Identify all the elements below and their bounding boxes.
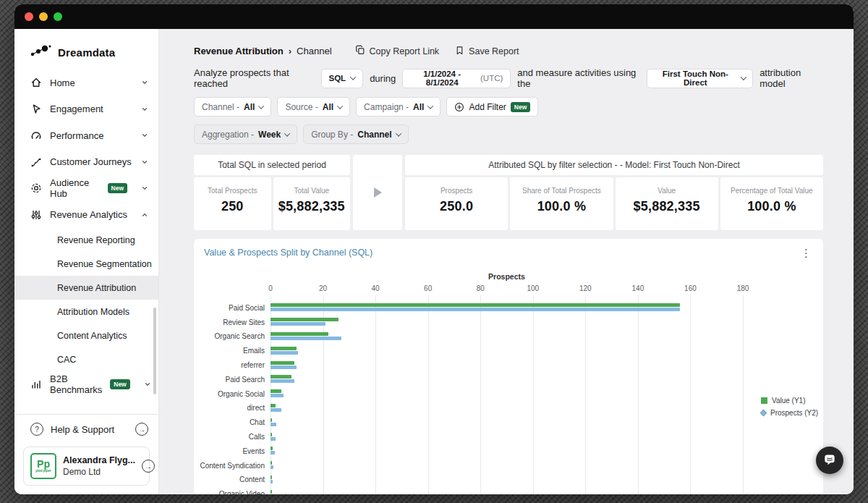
chevron-down-icon: [141, 106, 148, 113]
sidebar-item-home[interactable]: Home: [14, 69, 158, 96]
sidebar-subitem-content-analytics[interactable]: Content Analytics: [14, 324, 158, 347]
attribution-model-dropdown[interactable]: First Touch Non-Direct: [647, 69, 753, 88]
sidebar-item-engagement[interactable]: Engagement: [14, 96, 158, 123]
chart-menu-button[interactable]: ⋮: [798, 245, 814, 261]
chart-row: Events: [271, 444, 743, 458]
x-tick-label: 60: [416, 284, 441, 292]
group-by-dropdown[interactable]: Group By - Channel: [303, 124, 408, 144]
breadcrumb-current[interactable]: Channel: [297, 46, 331, 56]
chart-row: direct: [271, 401, 743, 415]
chip-value: All: [323, 102, 333, 112]
traffic-light-zoom[interactable]: [54, 12, 62, 21]
attributed-kpi-card: Attributed SQL by filter selection - - M…: [405, 155, 823, 230]
sentence-text: during: [370, 73, 396, 84]
chat-widget-button[interactable]: [816, 447, 843, 474]
kpi-block: Share of Total Prospects100.0 %: [510, 177, 613, 230]
traffic-light-close[interactable]: [25, 12, 33, 21]
kpi-label: Share of Total Prospects: [522, 187, 601, 195]
account-switcher[interactable]: Pp pied piper Alexandra Flyg... Demo Ltd…: [23, 447, 150, 486]
add-filter-button[interactable]: Add FilterNew: [446, 97, 538, 117]
total-kpi-title: Total SQL in selected period: [194, 155, 350, 175]
bar-prospects: [271, 394, 284, 397]
desktop-background: Dreamdata Home Engagement: [0, 0, 868, 503]
chart-category-label: Calls: [249, 433, 265, 441]
sidebar-scrollbar[interactable]: [153, 308, 156, 394]
chip-value: All: [244, 102, 255, 112]
kpi-section: Total SQL in selected period Total Prosp…: [194, 155, 823, 230]
sidebar-nav: Home Engagement Performance: [14, 69, 158, 414]
sidebar-subitem-revenue-attribution[interactable]: Revenue Attribution: [14, 276, 158, 300]
bar-prospects: [271, 451, 275, 455]
chip-value: All: [413, 102, 424, 112]
bar-value: [271, 404, 276, 407]
chevron-down-icon: [141, 158, 148, 166]
chip-label: Campaign -: [364, 102, 409, 112]
chart-category-label: Chat: [250, 418, 265, 426]
filter-chip-source[interactable]: Source - All: [277, 97, 350, 117]
arrow-right-icon[interactable]: →: [142, 460, 155, 473]
sidebar-item-performance[interactable]: Performance: [14, 122, 158, 149]
sidebar-item-label: Engagement: [50, 103, 103, 114]
sidebar-subitem-revenue-segmentation[interactable]: Revenue Segmentation: [14, 252, 158, 276]
bar-prospects: [271, 351, 298, 355]
save-report-button[interactable]: Save Report: [455, 46, 519, 57]
kpi-label: Percentage of Total Value: [731, 187, 813, 195]
aggregation-dropdown[interactable]: Aggregation - Week: [194, 124, 297, 144]
expand-attribution-button[interactable]: [353, 155, 402, 230]
sidebar-item-b2b-benchmarks[interactable]: B2B Benchmarks New: [14, 371, 158, 398]
kpi-block: Value$5,882,335: [616, 177, 718, 230]
kpi-block: Total Value$5,882,335: [273, 177, 351, 230]
square-marker-icon: [761, 397, 767, 404]
sidebar-item-customer-journeys[interactable]: Customer Journeys: [14, 149, 158, 176]
chart-row: Emails: [271, 343, 743, 358]
analysis-sentence: Analyze prospects that reached SQL durin…: [194, 67, 823, 89]
chart-category-label: Organic Video: [219, 490, 265, 494]
chevron-down-icon: [144, 381, 151, 388]
legend-item[interactable]: Value (Y1): [761, 397, 818, 405]
sentence-text: attribution model: [760, 67, 823, 89]
x-tick-label: 140: [626, 284, 650, 292]
kpi-block: Total Prospects250: [194, 177, 271, 230]
breadcrumb-root[interactable]: Revenue Attribution: [194, 46, 284, 56]
chip-label: Source -: [285, 102, 318, 112]
chart-title: Value & Prospects Split by Channel (SQL): [204, 248, 823, 258]
kpi-block: Prospects250.0: [405, 177, 508, 230]
stage-dropdown[interactable]: SQL: [321, 69, 364, 88]
window-titlebar: [14, 4, 854, 29]
kpi-value: 250: [221, 199, 244, 214]
plus-circle-icon: [454, 102, 464, 112]
bar-prospects: [271, 308, 680, 311]
target-icon: [30, 182, 42, 194]
sidebar-subitem-cac[interactable]: CAC: [14, 347, 158, 371]
breadcrumb-separator-icon: ›: [289, 46, 292, 56]
chevron-down-icon: [350, 74, 356, 80]
play-arrow-icon: [374, 187, 382, 198]
chart-category-label: Paid Social: [229, 303, 265, 311]
bar-prospects: [271, 365, 297, 369]
sidebar-subitem-revenue-reporting[interactable]: Revenue Reporting: [14, 228, 158, 252]
chevron-down-icon: [141, 185, 148, 192]
date-range-dropdown[interactable]: 1/1/2024 - 8/1/2024(UTC): [402, 69, 511, 88]
sidebar-item-audience-hub[interactable]: Audience Hub New: [14, 175, 158, 202]
sidebar-subitem-attribution-models[interactable]: Attribution Models: [14, 300, 158, 324]
help-support-button[interactable]: ? Help & Support →: [14, 415, 158, 444]
chart-category-label: Paid Search: [226, 375, 265, 383]
filter-chip-campaign[interactable]: Campaign - All: [356, 97, 441, 117]
filter-chip-channel[interactable]: Channel - All: [194, 97, 271, 117]
legend-item[interactable]: Prospects (Y2): [761, 409, 818, 417]
chart-row: Content: [271, 473, 743, 487]
bookmark-icon: [455, 46, 464, 57]
chart-category-label: Content: [239, 475, 265, 483]
bar-value: [271, 490, 272, 494]
bar-prospects: [271, 423, 276, 426]
sidebar-item-revenue-analytics[interactable]: Revenue Analytics: [14, 202, 158, 229]
sidebar: Dreamdata Home Engagement: [14, 29, 159, 494]
copy-icon: [355, 45, 365, 57]
bar-value: [271, 361, 294, 365]
report-toolbar: Revenue Attribution › Channel Copy Repor…: [194, 45, 823, 57]
help-icon: ?: [30, 423, 43, 436]
traffic-light-minimize[interactable]: [39, 12, 48, 21]
copy-report-link-button[interactable]: Copy Report Link: [355, 45, 440, 57]
user-info: Alexandra Flyg... Demo Ltd: [63, 455, 135, 477]
arrow-right-icon[interactable]: →: [135, 423, 148, 436]
